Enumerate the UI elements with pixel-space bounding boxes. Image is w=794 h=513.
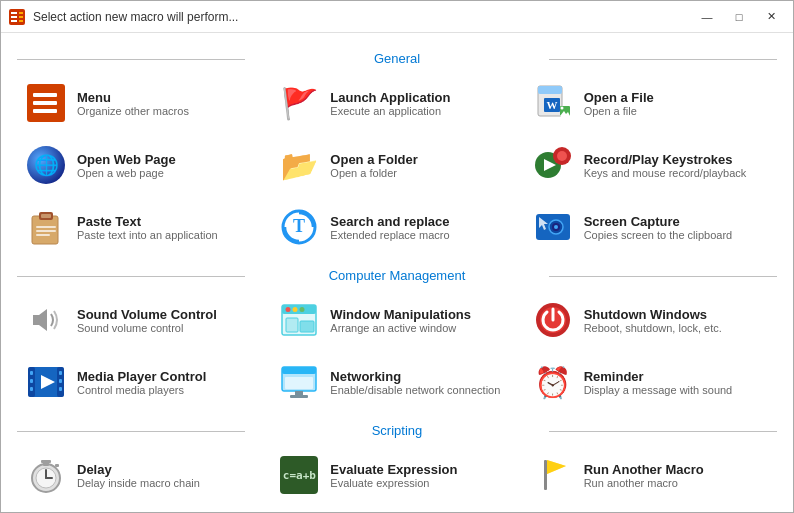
minimize-button[interactable]: — [693, 7, 721, 27]
reminder-title: Reminder [584, 369, 769, 384]
networking-desc: Enable/disable network connection [330, 384, 515, 396]
svg-rect-2 [11, 16, 17, 18]
svg-rect-48 [59, 379, 62, 383]
run-macro-icon [532, 454, 574, 496]
menu-title: Menu [77, 90, 262, 105]
delay-desc: Delay inside macro chain [77, 477, 262, 489]
svg-rect-21 [36, 226, 56, 228]
svg-rect-23 [36, 234, 50, 236]
screen-capture-icon [532, 206, 574, 248]
action-delay[interactable]: Delay Delay inside macro chain [17, 444, 270, 506]
svg-point-35 [293, 307, 298, 312]
networking-icon [278, 361, 320, 403]
scripting-grid: Delay Delay inside macro chain c=a+b Eva… [17, 444, 777, 506]
open-folder-icon: 📂 [278, 144, 320, 186]
launch-app-icon: 🚩 [278, 82, 320, 124]
main-window: Select action new macro will perform... … [0, 0, 794, 513]
window-manip-title: Window Manipulations [330, 307, 515, 322]
menu-desc: Organize other macros [77, 105, 262, 117]
action-open-folder[interactable]: 📂 Open a Folder Open a folder [270, 134, 523, 196]
content-area: General Menu Organize other macros [1, 33, 793, 512]
media-player-icon [25, 361, 67, 403]
paste-text-title: Paste Text [77, 214, 262, 229]
action-reminder[interactable]: ⏰ Reminder Display a message with sound [524, 351, 777, 413]
maximize-button[interactable]: □ [725, 7, 753, 27]
general-grid: Menu Organize other macros 🚩 Launch Appl… [17, 72, 777, 258]
run-macro-title: Run Another Macro [584, 462, 769, 477]
open-folder-desc: Open a folder [330, 167, 515, 179]
open-file-icon: W [532, 82, 574, 124]
svg-rect-47 [59, 371, 62, 375]
svg-rect-53 [285, 377, 313, 389]
media-player-desc: Control media players [77, 384, 262, 396]
svg-point-34 [286, 307, 291, 312]
action-open-file[interactable]: W Open a File Open a file [524, 72, 777, 134]
open-web-icon: 🌐 [25, 144, 67, 186]
menu-icon [25, 82, 67, 124]
svg-rect-54 [295, 391, 303, 395]
action-sound-volume[interactable]: Sound Volume Control Sound volume contro… [17, 289, 270, 351]
svg-rect-8 [538, 86, 562, 94]
svg-rect-45 [30, 379, 33, 383]
delay-title: Delay [77, 462, 262, 477]
action-menu[interactable]: Menu Organize other macros [17, 72, 270, 134]
action-open-web[interactable]: 🌐 Open Web Page Open a web page [17, 134, 270, 196]
launch-app-desc: Execute an application [330, 105, 515, 117]
close-button[interactable]: ✕ [757, 7, 785, 27]
search-replace-desc: Extended replace macro [330, 229, 515, 241]
screen-capture-title: Screen Capture [584, 214, 769, 229]
sound-volume-desc: Sound volume control [77, 322, 262, 334]
open-file-title: Open a File [584, 90, 769, 105]
svg-point-17 [557, 151, 567, 161]
app-icon [9, 9, 25, 25]
record-keys-icon [532, 144, 574, 186]
svg-rect-55 [290, 395, 308, 398]
svg-rect-63 [544, 460, 547, 490]
action-networking[interactable]: Networking Enable/disable network connec… [270, 351, 523, 413]
svg-rect-62 [55, 464, 59, 467]
action-window-manip[interactable]: Window Manipulations Arrange an active w… [270, 289, 523, 351]
svg-rect-22 [36, 230, 56, 232]
svg-rect-1 [11, 12, 17, 14]
svg-rect-3 [11, 20, 17, 22]
open-file-desc: Open a file [584, 105, 769, 117]
delay-icon [25, 454, 67, 496]
action-paste-text[interactable]: Paste Text Paste text into an applicatio… [17, 196, 270, 258]
section-header-computer-management: Computer Management [17, 268, 777, 283]
computer-management-grid: Sound Volume Control Sound volume contro… [17, 289, 777, 413]
action-search-replace[interactable]: T Search and replace Extended replace ma… [270, 196, 523, 258]
svg-text:T: T [293, 216, 305, 236]
media-player-title: Media Player Control [77, 369, 262, 384]
titlebar: Select action new macro will perform... … [1, 1, 793, 33]
action-media-player[interactable]: Media Player Control Control media playe… [17, 351, 270, 413]
networking-title: Networking [330, 369, 515, 384]
svg-point-12 [560, 107, 563, 110]
svg-rect-37 [286, 318, 298, 332]
svg-point-29 [554, 225, 558, 229]
svg-marker-31 [33, 309, 47, 331]
evaluate-icon: c=a+b [278, 454, 320, 496]
evaluate-desc: Evaluate expression [330, 477, 515, 489]
window-manip-desc: Arrange an active window [330, 322, 515, 334]
launch-app-title: Launch Application [330, 90, 515, 105]
record-keys-desc: Keys and mouse record/playback [584, 167, 769, 179]
action-record-keys[interactable]: Record/Play Keystrokes Keys and mouse re… [524, 134, 777, 196]
action-launch-app[interactable]: 🚩 Launch Application Execute an applicat… [270, 72, 523, 134]
open-folder-title: Open a Folder [330, 152, 515, 167]
action-screen-capture[interactable]: Screen Capture Copies screen to the clip… [524, 196, 777, 258]
window-controls: — □ ✕ [693, 7, 785, 27]
record-keys-title: Record/Play Keystrokes [584, 152, 769, 167]
action-run-macro[interactable]: Run Another Macro Run another macro [524, 444, 777, 506]
action-evaluate[interactable]: c=a+b Evaluate Expression Evaluate expre… [270, 444, 523, 506]
svg-rect-61 [41, 460, 51, 463]
reminder-desc: Display a message with sound [584, 384, 769, 396]
svg-rect-38 [300, 321, 314, 332]
sound-volume-icon [25, 299, 67, 341]
svg-marker-65 [547, 460, 566, 474]
action-shutdown[interactable]: Shutdown Windows Reboot, shutdown, lock,… [524, 289, 777, 351]
svg-rect-6 [19, 20, 23, 22]
svg-rect-44 [30, 371, 33, 375]
reminder-icon: ⏰ [532, 361, 574, 403]
paste-text-icon [25, 206, 67, 248]
shutdown-title: Shutdown Windows [584, 307, 769, 322]
